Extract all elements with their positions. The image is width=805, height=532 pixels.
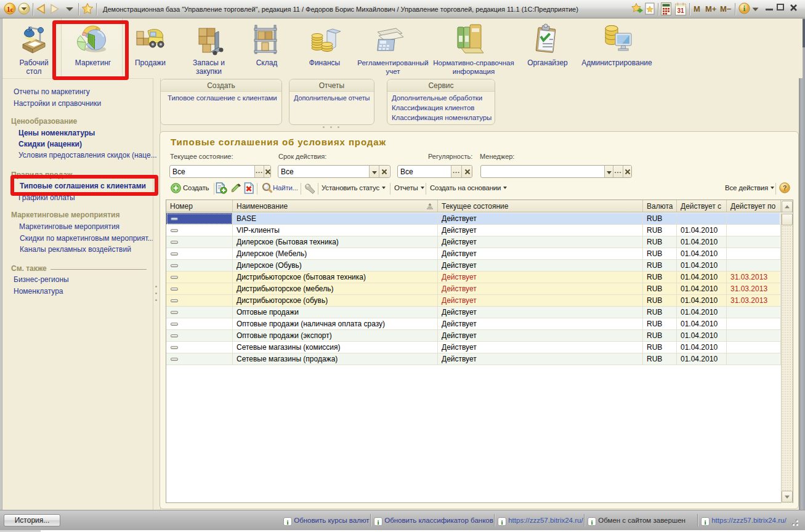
svg-text:1с: 1с bbox=[7, 5, 14, 14]
svg-text:?: ? bbox=[783, 184, 787, 191]
svg-text:31: 31 bbox=[677, 7, 684, 14]
